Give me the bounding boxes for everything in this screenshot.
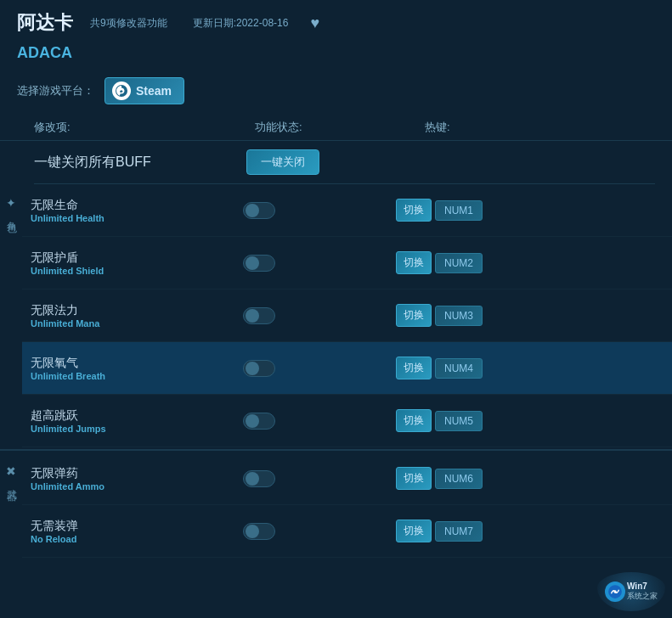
column-headers: 修改项: 功能状态: 热键:	[0, 115, 672, 141]
section-divider	[0, 449, 672, 451]
watermark-line1: Win7	[627, 581, 658, 591]
toggle-button-7[interactable]: 切换	[396, 520, 432, 542]
platform-label: 选择游戏平台：	[17, 83, 94, 98]
header: 阿达卡 共9项修改器功能 更新日期:2022-08-16 ♥	[0, 0, 672, 42]
mod-toggle-area-6	[243, 470, 396, 487]
hotkey-num4[interactable]: NUM4	[435, 358, 483, 379]
toggle-unlimited-shield[interactable]	[243, 255, 275, 272]
mod-row-unlimited-health: 无限生命 Unlimited Health 切换 NUM1	[22, 184, 672, 237]
mod-name-unlimited-ammo: 无限弹药 Unlimited Ammo	[31, 466, 243, 492]
toggle-button-2[interactable]: 切换	[396, 251, 432, 274]
weapon-label: 武器	[4, 481, 19, 485]
hotkey-area-6: 切换 NUM6	[396, 467, 483, 490]
watermark-logo-circle	[605, 581, 625, 602]
toggle-unlimited-mana[interactable]	[243, 307, 275, 324]
col-header-hotkey: 热键:	[425, 120, 595, 135]
toggle-knob-1	[246, 204, 259, 217]
header-meta: 共9项修改器功能 更新日期:2022-08-16	[90, 16, 288, 31]
weapon-sidebar: ✖ 武器	[0, 452, 22, 558]
mod-toggle-area-1	[243, 202, 396, 219]
app-container: 阿达卡 共9项修改器功能 更新日期:2022-08-16 ♥ ADACA 选择游…	[0, 0, 672, 618]
mod-toggle-area-5	[243, 413, 396, 430]
watermark-line2: 系统之家	[627, 591, 658, 602]
toggle-knob-2	[246, 256, 259, 270]
steam-label: Steam	[136, 84, 172, 98]
toggle-button-4[interactable]: 切换	[396, 357, 432, 379]
steam-platform-button[interactable]: Steam	[104, 77, 184, 104]
toggle-unlimited-health[interactable]	[243, 202, 275, 219]
col-header-mod: 修改项:	[34, 120, 255, 135]
mod-row-unlimited-ammo: 无限弹药 Unlimited Ammo 切换 NUM6	[22, 452, 672, 505]
toggle-unlimited-breath[interactable]	[243, 360, 275, 377]
toggle-knob-4	[246, 362, 259, 375]
mod-row-unlimited-jumps: 超高跳跃 Unlimited Jumps 切换 NUM5	[22, 395, 672, 447]
toggle-no-reload[interactable]	[243, 523, 275, 540]
hotkey-num3[interactable]: NUM3	[435, 306, 483, 326]
toggle-button-3[interactable]: 切换	[396, 304, 432, 327]
character-sidebar: ✦ 角色	[0, 184, 22, 447]
hotkey-area-3: 切换 NUM3	[396, 304, 483, 327]
svg-point-2	[613, 590, 616, 593]
toggle-button-1[interactable]: 切换	[396, 199, 432, 222]
toggle-knob-7	[246, 525, 259, 538]
weapon-category: ✖ 武器 无限弹药 Unlimited Ammo 切换	[0, 452, 672, 558]
global-off-button[interactable]: 一键关闭	[246, 149, 319, 175]
weapon-icon: ✖	[6, 464, 16, 478]
global-off-row: 一键关闭所有BUFF 一键关闭	[34, 141, 655, 184]
toggle-knob-3	[246, 309, 259, 323]
mod-name-unlimited-breath: 无限氧气 Unlimited Breath	[31, 356, 243, 381]
toggle-unlimited-ammo[interactable]	[243, 470, 275, 487]
watermark: Win7 系统之家	[597, 572, 665, 611]
mod-row-unlimited-shield: 无限护盾 Unlimited Shield 切换 NUM2	[22, 237, 672, 289]
hotkey-num6[interactable]: NUM6	[435, 469, 483, 489]
toggle-knob-6	[246, 472, 259, 486]
character-category: ✦ 角色 无限生命 Unlimited Health	[0, 184, 672, 447]
hotkey-area-5: 切换 NUM5	[396, 409, 483, 432]
toggle-knob-5	[246, 414, 259, 428]
toggle-unlimited-jumps[interactable]	[243, 413, 275, 430]
hotkey-area-1: 切换 NUM1	[396, 199, 483, 222]
mod-row-unlimited-mana: 无限法力 Unlimited Mana 切换 NUM3	[22, 289, 672, 342]
hotkey-num1[interactable]: NUM1	[435, 200, 483, 221]
platform-row: 选择游戏平台： Steam	[0, 70, 672, 115]
toggle-button-5[interactable]: 切换	[396, 409, 432, 432]
mod-name-unlimited-mana: 无限法力 Unlimited Mana	[31, 303, 243, 329]
character-label: 角色	[4, 213, 19, 216]
mod-toggle-area-7	[243, 523, 396, 540]
game-title-cn: 阿达卡	[17, 10, 73, 36]
mod-name-unlimited-health: 无限生命 Unlimited Health	[31, 198, 243, 223]
categories-container: ✦ 角色 无限生命 Unlimited Health	[0, 184, 672, 558]
hotkey-area-2: 切换 NUM2	[396, 251, 483, 274]
mod-name-unlimited-jumps: 超高跳跃 Unlimited Jumps	[31, 408, 243, 434]
character-icon: ✦	[6, 196, 16, 210]
weapon-items: 无限弹药 Unlimited Ammo 切换 NUM6	[22, 452, 672, 558]
mod-name-no-reload: 无需装弹 No Reload	[31, 519, 243, 544]
hotkey-num5[interactable]: NUM5	[435, 411, 483, 431]
update-date: 更新日期:2022-08-16	[193, 16, 289, 31]
mod-row-unlimited-breath: 无限氧气 Unlimited Breath 切换 NUM4	[22, 342, 672, 395]
favorite-icon[interactable]: ♥	[310, 14, 319, 32]
hotkey-num7[interactable]: NUM7	[435, 521, 483, 542]
mod-toggle-area-2	[243, 255, 396, 272]
toggle-button-6[interactable]: 切换	[396, 467, 432, 490]
mod-row-no-reload: 无需装弹 No Reload 切换 NUM7	[22, 505, 672, 558]
steam-icon	[112, 81, 131, 100]
hotkey-area-4: 切换 NUM4	[396, 357, 483, 379]
game-title-en: ADACA	[0, 42, 672, 70]
mod-count: 共9项修改器功能	[90, 16, 167, 31]
hotkey-area-7: 切换 NUM7	[396, 520, 483, 542]
global-off-label: 一键关闭所有BUFF	[34, 154, 246, 171]
character-items: 无限生命 Unlimited Health 切换 NUM1	[22, 184, 672, 447]
hotkey-num2[interactable]: NUM2	[435, 253, 483, 273]
mod-name-unlimited-shield: 无限护盾 Unlimited Shield	[31, 250, 243, 276]
mod-toggle-area-3	[243, 307, 396, 324]
mod-toggle-area-4	[243, 360, 396, 377]
col-header-status: 功能状态:	[255, 120, 425, 135]
